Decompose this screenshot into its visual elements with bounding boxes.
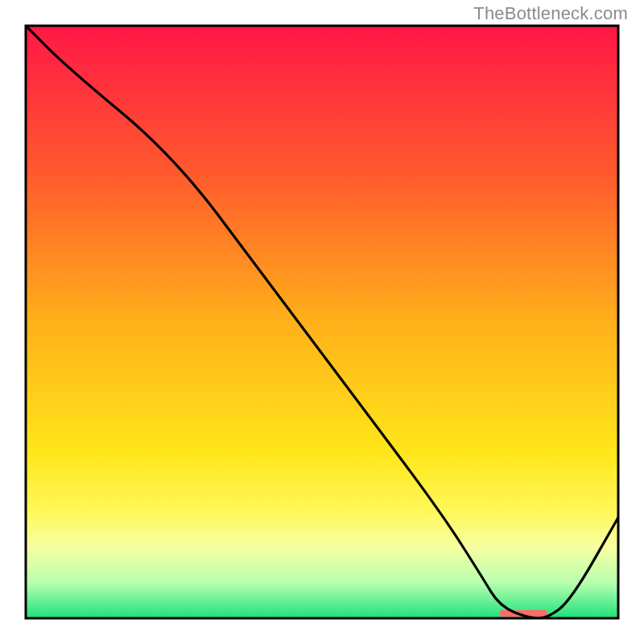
bottleneck-chart: [0, 0, 644, 644]
gradient-background: [26, 26, 618, 618]
chart-container: TheBottleneck.com: [0, 0, 644, 644]
